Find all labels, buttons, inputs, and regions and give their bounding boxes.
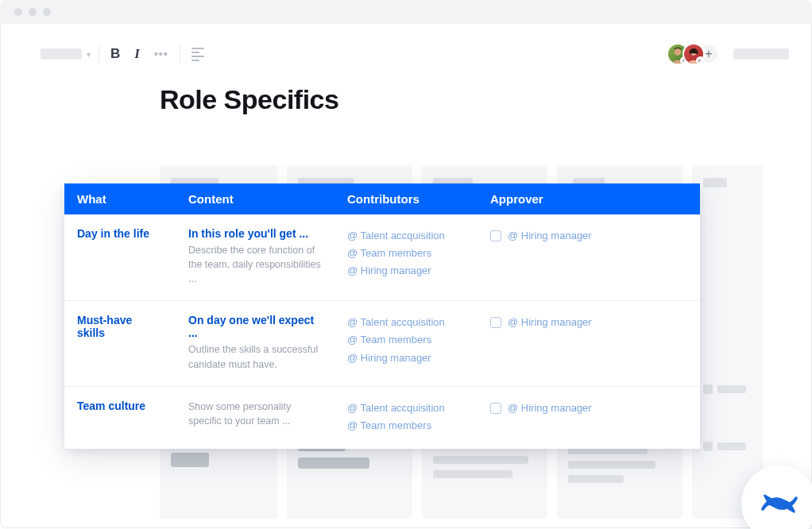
bold-button[interactable]: B <box>107 46 123 62</box>
cell-approver[interactable]: @ Hiring manager <box>478 301 700 385</box>
table-row: Day in the life In this role you'll get … <box>64 214 700 301</box>
more-formatting-button[interactable]: ••• <box>151 48 172 60</box>
window-control-close[interactable] <box>14 8 22 16</box>
align-left-icon[interactable] <box>188 48 207 61</box>
cell-contributors[interactable]: @ Talent accquisition @ Team members <box>334 387 478 449</box>
window-control-minimize[interactable] <box>29 8 37 16</box>
table-row: Must-have skills On day one we'll expect… <box>64 301 700 386</box>
table-row: Team culture Show some personality speci… <box>64 387 700 449</box>
header-approver: Approver <box>478 183 700 214</box>
cell-approver[interactable]: @ Hiring manager <box>478 214 700 300</box>
header-content: Content <box>176 183 334 214</box>
content-title: On day one we'll expect ... <box>188 314 322 339</box>
app-frame: ▾ B I ••• R M + <box>0 24 812 528</box>
chevron-down-icon: ▾ <box>87 50 91 59</box>
mention[interactable]: @ Talent accquisition <box>347 400 465 417</box>
cell-what[interactable]: Must-have skills <box>64 301 176 385</box>
content-description: Show some personality specific to your t… <box>188 400 322 428</box>
header-what: What <box>64 183 176 214</box>
approver-checkbox[interactable] <box>490 317 501 328</box>
header-contributors: Contributors <box>334 183 478 214</box>
content-description: Outline the skills a successful canidate… <box>188 342 322 371</box>
collaborator-avatars: R M + <box>667 43 719 65</box>
cell-contributors[interactable]: @ Talent accquisition @ Team members @ H… <box>334 301 478 385</box>
cell-contributors[interactable]: @ Talent accquisition @ Team members @ H… <box>334 214 478 300</box>
mention[interactable]: @ Talent accquisition <box>347 227 465 245</box>
what-title: Day in the life <box>77 227 163 240</box>
avatar-user-2[interactable]: M <box>682 43 705 65</box>
mention[interactable]: @ Hiring manager <box>347 262 465 280</box>
toolbar-divider <box>180 45 180 63</box>
mention[interactable]: @ Hiring manager <box>347 349 465 367</box>
approver-checkbox[interactable] <box>490 230 501 241</box>
cell-content[interactable]: On day one we'll expect ... Outline the … <box>176 301 334 385</box>
mention[interactable]: @ Hiring manager <box>508 314 592 331</box>
cell-content[interactable]: In this role you'll get ... Describe the… <box>176 214 334 300</box>
mention[interactable]: @ Hiring manager <box>508 227 592 245</box>
cell-what[interactable]: Team culture <box>64 387 176 449</box>
page-title: Role Specifics <box>160 84 811 115</box>
italic-button[interactable]: I <box>131 46 143 62</box>
publish-button[interactable] <box>733 48 789 60</box>
mention[interactable]: @ Team members <box>347 245 465 262</box>
what-title: Must-have skills <box>77 314 163 339</box>
table-header-row: What Content Contributors Approver <box>64 183 700 214</box>
mention[interactable]: @ Talent accquisition <box>347 314 465 331</box>
approver-checkbox[interactable] <box>490 403 501 414</box>
what-title: Team culture <box>77 400 163 412</box>
mention[interactable]: @ Team members <box>347 331 465 349</box>
svg-point-0 <box>675 48 682 56</box>
content-area: Role Specifics <box>1 73 811 115</box>
window-control-maximize[interactable] <box>43 8 51 16</box>
content-title: In this role you'll get ... <box>188 227 322 240</box>
style-dropdown[interactable] <box>41 48 82 60</box>
toolbar-right: R M + <box>667 43 789 65</box>
toolbar-divider <box>99 45 99 63</box>
role-specifics-table: What Content Contributors Approver Day i… <box>64 183 700 449</box>
mention[interactable]: @ Hiring manager <box>508 400 592 417</box>
cell-what[interactable]: Day in the life <box>64 214 176 300</box>
toolbar-left: ▾ B I ••• <box>41 45 207 63</box>
content-description: Describe the core function of the team, … <box>188 243 322 286</box>
cell-content[interactable]: Show some personality specific to your t… <box>176 387 334 449</box>
cell-approver[interactable]: @ Hiring manager <box>478 387 700 449</box>
mention[interactable]: @ Team members <box>347 417 465 434</box>
editor-toolbar: ▾ B I ••• R M + <box>1 24 811 73</box>
window-titlebar <box>0 0 812 24</box>
